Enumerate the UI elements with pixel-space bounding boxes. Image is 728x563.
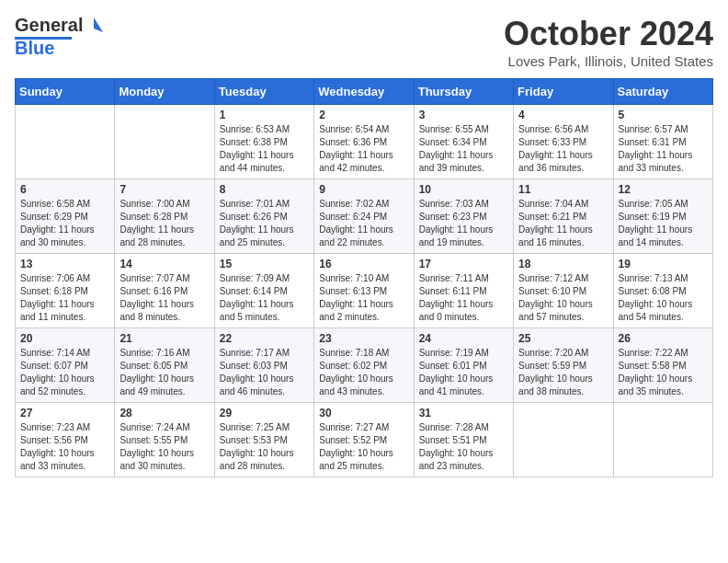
calendar-cell: 3Sunrise: 6:55 AM Sunset: 6:34 PM Daylig… [414,105,513,179]
calendar-cell: 17Sunrise: 7:11 AM Sunset: 6:11 PM Dayli… [414,254,513,328]
day-number: 12 [619,183,708,196]
day-number: 24 [419,332,508,345]
day-info: Sunrise: 7:24 AM Sunset: 5:55 PM Dayligh… [119,421,209,473]
day-info: Sunrise: 7:12 AM Sunset: 6:10 PM Dayligh… [518,272,608,324]
day-info: Sunrise: 6:58 AM Sunset: 6:29 PM Dayligh… [20,198,109,249]
day-number: 6 [20,183,109,196]
calendar-cell: 4Sunrise: 6:56 AM Sunset: 6:33 PM Daylig… [514,105,613,179]
weekday-sunday: Sunday [16,79,115,105]
day-info: Sunrise: 6:53 AM Sunset: 6:38 PM Dayligh… [220,123,309,175]
day-info: Sunrise: 7:02 AM Sunset: 6:24 PM Dayligh… [319,198,408,249]
day-number: 19 [619,258,708,270]
page-header: General Blue October 2024 Loves Park, Il… [15,15,713,69]
day-number: 15 [220,258,309,270]
day-info: Sunrise: 7:05 AM Sunset: 6:19 PM Dayligh… [619,198,708,249]
location: Loves Park, Illinois, United States [504,53,713,69]
day-info: Sunrise: 7:06 AM Sunset: 6:18 PM Dayligh… [20,272,109,324]
calendar-cell: 23Sunrise: 7:18 AM Sunset: 6:02 PM Dayli… [314,328,414,403]
calendar-cell [514,403,613,477]
day-number: 31 [419,407,508,419]
day-info: Sunrise: 7:10 AM Sunset: 6:13 PM Dayligh… [319,272,408,324]
weekday-thursday: Thursday [414,79,513,105]
day-info: Sunrise: 7:28 AM Sunset: 5:51 PM Dayligh… [419,421,508,473]
day-info: Sunrise: 7:04 AM Sunset: 6:21 PM Dayligh… [518,198,608,249]
calendar-cell: 22Sunrise: 7:17 AM Sunset: 6:03 PM Dayli… [214,328,313,403]
day-info: Sunrise: 7:09 AM Sunset: 6:14 PM Dayligh… [220,272,309,324]
calendar-cell: 24Sunrise: 7:19 AM Sunset: 6:01 PM Dayli… [414,328,513,403]
week-row-4: 20Sunrise: 7:14 AM Sunset: 6:07 PM Dayli… [16,328,713,403]
weekday-wednesday: Wednesday [314,79,414,105]
day-number: 2 [319,109,408,121]
calendar-cell: 9Sunrise: 7:02 AM Sunset: 6:24 PM Daylig… [314,179,414,254]
calendar-cell: 14Sunrise: 7:07 AM Sunset: 6:16 PM Dayli… [115,254,214,328]
day-info: Sunrise: 7:25 AM Sunset: 5:53 PM Dayligh… [220,421,309,473]
day-number: 22 [220,332,309,345]
calendar-table: SundayMondayTuesdayWednesdayThursdayFrid… [15,78,713,477]
weekday-saturday: Saturday [613,79,712,105]
calendar-cell: 5Sunrise: 6:57 AM Sunset: 6:31 PM Daylig… [613,105,712,179]
calendar-cell: 2Sunrise: 6:54 AM Sunset: 6:36 PM Daylig… [314,105,414,179]
day-info: Sunrise: 7:01 AM Sunset: 6:26 PM Dayligh… [220,198,309,249]
day-number: 28 [119,407,209,419]
day-number: 10 [419,183,508,196]
logo: General Blue [15,15,105,59]
weekday-tuesday: Tuesday [214,79,313,105]
day-info: Sunrise: 7:03 AM Sunset: 6:23 PM Dayligh… [419,198,508,249]
day-number: 29 [220,407,309,419]
day-info: Sunrise: 7:27 AM Sunset: 5:52 PM Dayligh… [319,421,408,473]
calendar-cell: 16Sunrise: 7:10 AM Sunset: 6:13 PM Dayli… [314,254,414,328]
day-number: 13 [20,258,109,270]
day-info: Sunrise: 7:22 AM Sunset: 5:58 PM Dayligh… [619,347,708,398]
calendar-cell: 18Sunrise: 7:12 AM Sunset: 6:10 PM Dayli… [514,254,613,328]
week-row-1: 1Sunrise: 6:53 AM Sunset: 6:38 PM Daylig… [16,105,713,179]
calendar-cell: 10Sunrise: 7:03 AM Sunset: 6:23 PM Dayli… [414,179,513,254]
calendar-cell: 27Sunrise: 7:23 AM Sunset: 5:56 PM Dayli… [16,403,115,477]
day-info: Sunrise: 7:07 AM Sunset: 6:16 PM Dayligh… [119,272,209,324]
calendar-cell: 13Sunrise: 7:06 AM Sunset: 6:18 PM Dayli… [16,254,115,328]
day-number: 8 [220,183,309,196]
calendar-cell: 8Sunrise: 7:01 AM Sunset: 6:26 PM Daylig… [214,179,313,254]
calendar-cell: 15Sunrise: 7:09 AM Sunset: 6:14 PM Dayli… [214,254,313,328]
day-info: Sunrise: 7:16 AM Sunset: 6:05 PM Dayligh… [119,347,209,398]
calendar-cell: 6Sunrise: 6:58 AM Sunset: 6:29 PM Daylig… [16,179,115,254]
day-number: 21 [119,332,209,345]
day-info: Sunrise: 7:17 AM Sunset: 6:03 PM Dayligh… [220,347,309,398]
day-number: 18 [518,258,608,270]
calendar-cell: 26Sunrise: 7:22 AM Sunset: 5:58 PM Dayli… [613,328,712,403]
weekday-monday: Monday [115,79,214,105]
calendar-cell: 1Sunrise: 6:53 AM Sunset: 6:38 PM Daylig… [214,105,313,179]
day-info: Sunrise: 7:18 AM Sunset: 6:02 PM Dayligh… [319,347,408,398]
day-number: 17 [419,258,508,270]
calendar-cell [16,105,115,179]
calendar-cell: 19Sunrise: 7:13 AM Sunset: 6:08 PM Dayli… [613,254,712,328]
day-info: Sunrise: 7:00 AM Sunset: 6:28 PM Dayligh… [119,198,209,249]
day-info: Sunrise: 7:23 AM Sunset: 5:56 PM Dayligh… [20,421,109,473]
day-info: Sunrise: 6:54 AM Sunset: 6:36 PM Dayligh… [319,123,408,175]
day-number: 23 [319,332,408,345]
day-number: 9 [319,183,408,196]
day-number: 14 [119,258,209,270]
calendar-cell: 21Sunrise: 7:16 AM Sunset: 6:05 PM Dayli… [115,328,214,403]
calendar-cell: 29Sunrise: 7:25 AM Sunset: 5:53 PM Dayli… [214,403,313,477]
day-number: 3 [419,109,508,121]
day-number: 27 [20,407,109,419]
calendar-cell: 30Sunrise: 7:27 AM Sunset: 5:52 PM Dayli… [314,403,414,477]
day-number: 7 [119,183,209,196]
day-number: 5 [619,109,708,121]
day-info: Sunrise: 6:56 AM Sunset: 6:33 PM Dayligh… [518,123,608,175]
day-info: Sunrise: 7:20 AM Sunset: 5:59 PM Dayligh… [518,347,608,398]
calendar-cell [115,105,214,179]
day-number: 1 [220,109,309,121]
day-number: 20 [20,332,109,345]
week-row-5: 27Sunrise: 7:23 AM Sunset: 5:56 PM Dayli… [16,403,713,477]
day-info: Sunrise: 7:11 AM Sunset: 6:11 PM Dayligh… [419,272,508,324]
weekday-header-row: SundayMondayTuesdayWednesdayThursdayFrid… [16,79,713,105]
day-info: Sunrise: 6:57 AM Sunset: 6:31 PM Dayligh… [619,123,708,175]
day-number: 4 [518,109,608,121]
logo-general-text: General [15,15,83,36]
day-info: Sunrise: 6:55 AM Sunset: 6:34 PM Dayligh… [419,123,508,175]
day-number: 16 [319,258,408,270]
day-number: 26 [619,332,708,345]
day-info: Sunrise: 7:13 AM Sunset: 6:08 PM Dayligh… [619,272,708,324]
calendar-cell: 31Sunrise: 7:28 AM Sunset: 5:51 PM Dayli… [414,403,513,477]
